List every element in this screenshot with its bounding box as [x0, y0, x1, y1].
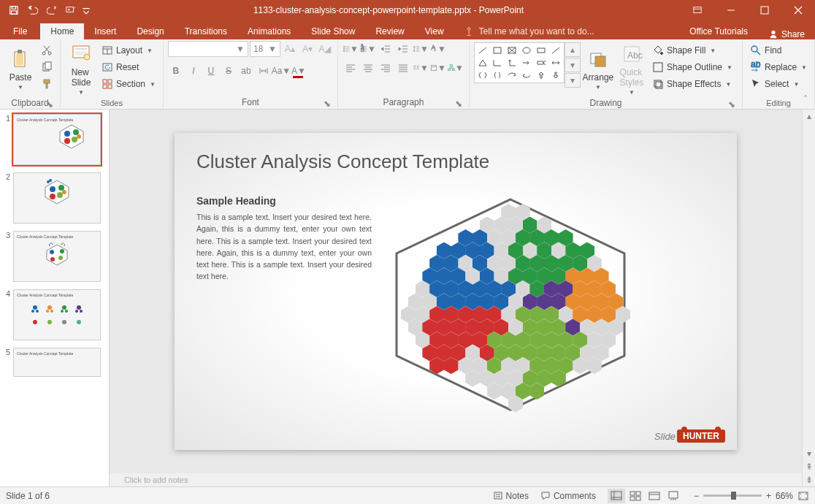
normal-view-icon[interactable]: [608, 489, 625, 503]
tab-slideshow[interactable]: Slide Show: [301, 23, 365, 39]
decrease-indent-icon[interactable]: [378, 41, 394, 57]
save-icon[interactable]: [6, 2, 22, 18]
align-text-icon[interactable]: ▼: [430, 60, 446, 76]
minimize-icon[interactable]: [714, 0, 748, 20]
slide-sorter-view-icon[interactable]: [627, 489, 644, 503]
section-button[interactable]: Section▼: [99, 76, 158, 92]
align-left-icon[interactable]: [343, 60, 359, 76]
start-from-beginning-icon[interactable]: [63, 2, 79, 18]
format-painter-button[interactable]: [38, 76, 56, 92]
tab-home[interactable]: Home: [40, 23, 84, 39]
office-tutorials[interactable]: Office Tutorials: [679, 23, 758, 39]
shape-outline-button[interactable]: Shape Outline▼: [649, 59, 735, 75]
text-direction-icon[interactable]: A▼: [430, 41, 446, 57]
slide-thumbnail-4[interactable]: Cluster Analysis Concept Template: [13, 289, 101, 340]
bold-icon[interactable]: B: [168, 63, 184, 79]
slide-canvas[interactable]: Cluster Analysis Concept Template Sample…: [110, 110, 802, 473]
shapes-more-icon[interactable]: ▾: [565, 73, 581, 88]
font-color-icon[interactable]: A▼: [291, 63, 307, 79]
tab-transitions[interactable]: Transitions: [175, 23, 237, 39]
zoom-out-icon[interactable]: −: [694, 491, 699, 501]
share-button[interactable]: Share: [758, 29, 815, 39]
strikethrough-icon[interactable]: S: [221, 63, 237, 79]
select-button[interactable]: Select▼: [747, 76, 810, 92]
char-spacing-icon[interactable]: [256, 63, 272, 79]
layout-button[interactable]: Layout▼: [99, 42, 158, 58]
shape-effects-button[interactable]: Shape Effects▼: [649, 76, 735, 92]
paste-button[interactable]: Paste▼: [4, 41, 37, 96]
shapes-scroll-down-icon[interactable]: ▾: [565, 58, 581, 72]
font-name-select[interactable]: ▼: [168, 41, 248, 57]
tab-design[interactable]: Design: [126, 23, 174, 39]
sample-heading[interactable]: Sample Heading: [196, 195, 372, 207]
change-case-icon[interactable]: Aa▼: [273, 63, 289, 79]
clipboard-launcher-icon[interactable]: ⬊: [45, 99, 54, 108]
align-center-icon[interactable]: [360, 60, 376, 76]
slide-thumbnail-5[interactable]: Cluster Analysis Concept Template: [13, 348, 101, 377]
hexagon-cluster-graphic[interactable]: [386, 195, 635, 414]
comments-button[interactable]: Comments: [540, 491, 596, 501]
font-size-select[interactable]: 18▼: [250, 41, 280, 57]
columns-icon[interactable]: ▼: [413, 60, 429, 76]
prev-slide-icon[interactable]: ⇞: [803, 460, 815, 473]
numbering-icon[interactable]: 123▼: [360, 41, 376, 57]
tab-view[interactable]: View: [415, 23, 454, 39]
grow-font-icon[interactable]: A▴: [282, 41, 298, 57]
shapes-scroll-up-icon[interactable]: ▴: [565, 42, 581, 57]
tab-review[interactable]: Review: [365, 23, 414, 39]
smartart-icon[interactable]: ▼: [448, 60, 464, 76]
notes-button[interactable]: Notes: [493, 491, 529, 501]
clear-formatting-icon[interactable]: A◢: [317, 41, 333, 57]
close-icon[interactable]: [781, 0, 815, 20]
slide-thumbnail-1[interactable]: Cluster Analysis Concept Template: [13, 114, 101, 165]
tab-insert[interactable]: Insert: [84, 23, 126, 39]
slide-thumbnail-3[interactable]: Cluster Analysis Concept Template: [13, 231, 101, 282]
justify-icon[interactable]: [395, 60, 411, 76]
shape-fill-button[interactable]: Shape Fill▼: [649, 42, 735, 58]
new-slide-button[interactable]: New Slide▼: [65, 41, 97, 96]
notes-placeholder[interactable]: Click to add notes: [110, 473, 802, 486]
zoom-slider[interactable]: [703, 495, 762, 497]
replace-button[interactable]: abReplace▼: [747, 59, 810, 75]
sample-body-text[interactable]: This is a sample text. Insert your desir…: [196, 211, 372, 283]
scroll-up-icon[interactable]: ▴: [803, 110, 815, 123]
collapse-ribbon-icon[interactable]: ˄: [799, 93, 812, 106]
vertical-scrollbar[interactable]: ▴ ▾ ⇞ ⇟: [802, 110, 815, 486]
maximize-icon[interactable]: [748, 0, 781, 20]
underline-icon[interactable]: U: [203, 63, 219, 79]
redo-icon[interactable]: [44, 2, 60, 18]
svg-point-108: [58, 185, 64, 191]
slide-title[interactable]: Cluster Analysis Concept Template: [196, 150, 715, 173]
shadow-icon[interactable]: ab: [238, 63, 254, 79]
tab-animations[interactable]: Animations: [237, 23, 301, 39]
font-launcher-icon[interactable]: ⬊: [323, 99, 332, 107]
paragraph-launcher-icon[interactable]: ⬊: [454, 99, 463, 107]
undo-icon[interactable]: [25, 2, 41, 18]
qat-customize-icon[interactable]: [82, 2, 91, 18]
zoom-in-icon[interactable]: +: [766, 491, 771, 501]
slideshow-view-icon[interactable]: [665, 489, 682, 503]
bullets-icon[interactable]: ▼: [343, 41, 359, 57]
zoom-level[interactable]: 66%: [776, 491, 793, 501]
cut-button[interactable]: [38, 42, 56, 58]
copy-button[interactable]: [38, 59, 56, 75]
slide-thumbnail-2[interactable]: [13, 172, 101, 224]
tell-me-search[interactable]: Tell me what you want to do...: [454, 23, 605, 39]
shrink-font-icon[interactable]: A▾: [299, 41, 315, 57]
fit-to-window-icon[interactable]: [797, 491, 809, 501]
drawing-launcher-icon[interactable]: ⬊: [727, 99, 736, 108]
ribbon-display-icon[interactable]: [681, 0, 714, 20]
reset-button[interactable]: Reset: [99, 59, 158, 75]
line-spacing-icon[interactable]: ▼: [413, 41, 429, 57]
arrange-button[interactable]: Arrange▼: [582, 41, 614, 96]
shapes-gallery[interactable]: [474, 42, 565, 83]
align-right-icon[interactable]: [378, 60, 394, 76]
quick-styles-button[interactable]: Abc Quick Styles▼: [616, 41, 648, 96]
scroll-down-icon[interactable]: ▾: [803, 447, 815, 460]
italic-icon[interactable]: I: [185, 63, 202, 79]
tab-file[interactable]: File: [0, 23, 40, 39]
reading-view-icon[interactable]: [646, 489, 663, 503]
increase-indent-icon[interactable]: [395, 41, 411, 57]
next-slide-icon[interactable]: ⇟: [803, 473, 815, 486]
find-button[interactable]: Find: [747, 42, 810, 58]
